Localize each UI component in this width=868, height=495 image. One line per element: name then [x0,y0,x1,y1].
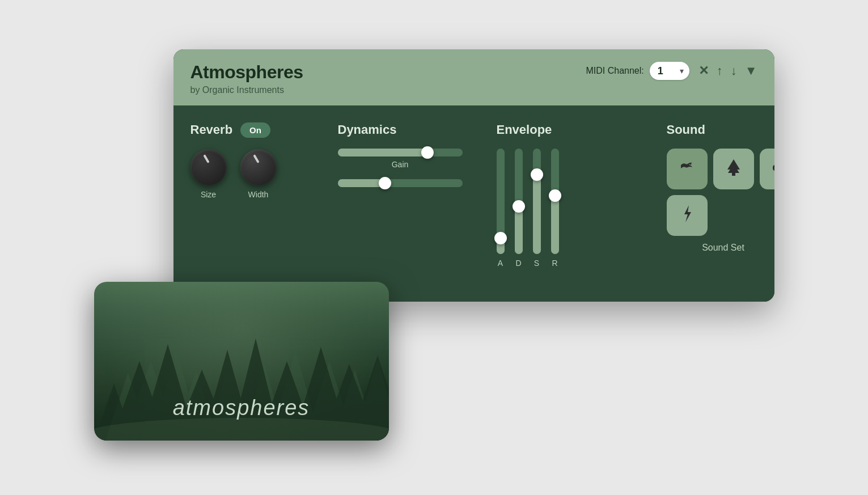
dynamics-header: Dynamics [338,122,463,137]
decay-thumb[interactable] [513,200,525,213]
decay-fill [515,206,523,254]
attack-track[interactable] [497,149,505,254]
reverb-title: Reverb [190,122,233,137]
gain-slider-group: Gain [338,149,463,169]
dynamics-title: Dynamics [338,122,397,137]
tree-icon [723,156,744,182]
dynamics-slider2-thumb[interactable] [379,177,391,189]
svg-point-0 [689,163,691,164]
gain-label: Gain [338,160,463,169]
adsr-sliders: A D [497,149,633,285]
plugin-window: Atmospheres by Organic Instruments MIDI … [173,49,774,302]
lightning-icon [676,202,698,229]
svg-marker-7 [684,205,691,222]
up-icon[interactable]: ↑ [717,65,723,77]
decay-label: D [515,259,521,268]
sustain-track[interactable] [533,149,541,254]
midi-channel-area: MIDI Channel: 1234 5678 9101112 13141516 [586,62,689,80]
album-card: atmospheres [94,282,389,441]
sustain-label: S [534,259,539,268]
gain-slider-thumb[interactable] [421,146,434,159]
decay-slider-group: D [515,149,523,268]
menu-icon[interactable]: ▼ [745,65,757,77]
down-icon[interactable]: ↓ [731,65,737,77]
plugin-header: Atmospheres by Organic Instruments MIDI … [173,49,774,105]
attack-slider-group: A [497,149,505,268]
album-background: atmospheres [94,282,389,441]
dynamics-slider2-group [338,179,463,187]
release-slider-group: R [551,149,559,268]
dynamics-slider2-fill [338,179,386,187]
close-icon[interactable]: ✕ [698,65,709,77]
reverb-toggle[interactable]: On [240,122,270,138]
plugin-body: Reverb On Size Width [173,105,774,302]
midi-label: MIDI Channel: [586,66,643,76]
dynamics-section: Dynamics Gain [338,122,463,285]
sustain-fill [533,175,541,254]
reverb-size-knob[interactable] [190,149,227,185]
rain-icon [769,156,774,182]
reverb-width-knob[interactable] [240,149,277,185]
reverb-size-label: Size [201,190,216,199]
gain-slider-track[interactable] [338,149,463,156]
release-thumb[interactable] [549,189,561,202]
attack-thumb[interactable] [494,232,507,244]
reverb-width-label: Width [248,190,269,199]
reverb-header: Reverb On [190,122,304,138]
sound-btn-lightning[interactable] [667,195,708,236]
plugin-container: Atmospheres by Organic Instruments MIDI … [94,49,774,446]
reverb-knobs: Size Width [190,149,304,199]
sound-set-label: Sound Set [667,243,774,253]
sound-grid [667,149,774,236]
reverb-size-group: Size [190,149,227,199]
release-fill [551,196,559,253]
midi-channel-select[interactable]: 1234 5678 9101112 13141516 [650,62,689,80]
midi-dropdown-wrapper[interactable]: 1234 5678 9101112 13141516 [650,62,689,80]
sound-btn-rain[interactable] [760,149,774,189]
sound-header: Sound [667,122,774,137]
plugin-title: Atmospheres [190,62,303,83]
envelope-section: Envelope A [497,122,633,285]
svg-rect-3 [732,173,735,176]
sound-section: Sound [667,122,774,285]
dynamics-slider2-track[interactable] [338,179,463,187]
reverb-width-group: Width [240,149,277,199]
sound-title: Sound [667,122,705,137]
plugin-author: by Organic Instruments [190,85,303,95]
header-left: Atmospheres by Organic Instruments [190,62,303,95]
decay-track[interactable] [515,149,523,254]
reverb-section: Reverb On Size Width [190,122,304,285]
sustain-thumb[interactable] [531,168,543,181]
release-track[interactable] [551,149,559,254]
header-right: MIDI Channel: 1234 5678 9101112 13141516… [586,62,757,80]
dynamics-sliders: Gain [338,149,463,187]
attack-label: A [498,259,503,268]
gain-slider-fill [338,149,427,156]
sound-btn-bird[interactable] [667,149,708,189]
sound-btn-tree[interactable] [713,149,754,189]
bird-icon [676,156,698,182]
release-label: R [552,259,557,268]
envelope-header: Envelope [497,122,633,137]
envelope-title: Envelope [497,122,552,137]
album-title: atmospheres [173,396,310,420]
sustain-slider-group: S [533,149,541,268]
header-controls: ✕ ↑ ↓ ▼ [698,65,757,77]
